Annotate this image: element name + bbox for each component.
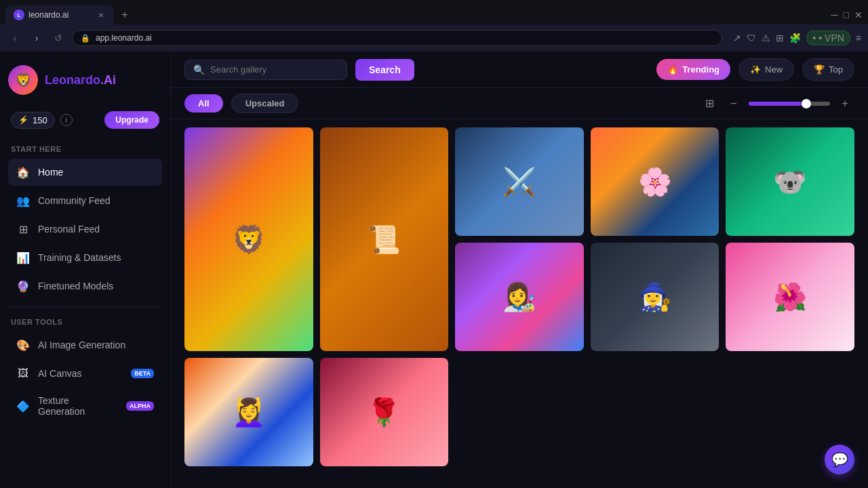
vpn-dot: • bbox=[812, 33, 816, 43]
address-input[interactable]: 🔒 app.leonardo.ai bbox=[72, 30, 722, 46]
gallery-image-2: 📜 bbox=[320, 127, 449, 351]
zoom-out-button[interactable]: − bbox=[724, 94, 743, 113]
gallery-item[interactable]: 👩‍🎨 ⊞ ✏ ⤢ bbox=[455, 243, 584, 351]
edit-button[interactable]: ✏ bbox=[674, 131, 693, 150]
sidebar-item-ai-canvas-label: AI Canvas bbox=[38, 368, 82, 379]
forward-icon: › bbox=[35, 33, 39, 43]
browser-actions: ↗ 🛡 ⚠ ⊞ 🧩 • • VPN ≡ bbox=[733, 30, 861, 45]
edit-button[interactable]: ✏ bbox=[269, 131, 288, 150]
expand-button[interactable]: ⤢ bbox=[425, 362, 444, 381]
grid-view-icon[interactable]: ⊞ bbox=[776, 33, 784, 43]
use-model-button[interactable]: ⊞ bbox=[788, 131, 807, 150]
use-model-button[interactable]: ⊞ bbox=[247, 362, 266, 381]
gallery-item[interactable]: 💆‍♀️ ⊞ ✏ ⤢ bbox=[184, 358, 313, 466]
minimize-icon[interactable]: ─ bbox=[831, 9, 838, 20]
gallery-item[interactable]: 🌺 ⊞ ✏ ⤢ bbox=[726, 243, 854, 351]
new-button[interactable]: ✨ New bbox=[738, 58, 794, 81]
expand-button[interactable]: ⤢ bbox=[831, 247, 850, 266]
active-tab[interactable]: L leonardo.ai ✕ bbox=[5, 5, 114, 24]
expand-button[interactable]: ⤢ bbox=[425, 131, 444, 150]
search-button[interactable]: Search bbox=[355, 59, 414, 81]
use-model-button[interactable]: ⊞ bbox=[652, 131, 671, 150]
filter-all-button[interactable]: All bbox=[184, 94, 223, 113]
expand-button[interactable]: ⤢ bbox=[290, 362, 309, 381]
personal-feed-icon: ⊞ bbox=[16, 222, 30, 236]
close-window-icon[interactable]: ✕ bbox=[854, 9, 863, 20]
new-tab-button[interactable]: + bbox=[117, 7, 133, 23]
sidebar-item-personal-feed-label: Personal Feed bbox=[38, 224, 100, 235]
gallery-scroll[interactable]: 🦁 ⊞ ✏ ⤢ 📜 ⊞ ✏ ⤢ ⚔️ bbox=[171, 119, 868, 488]
sidebar-item-training-label: Training & Datasets bbox=[38, 252, 121, 263]
sidebar-item-ai-image-generation[interactable]: 🎨 AI Image Generation bbox=[8, 331, 162, 359]
bolt-icon: ⚡ bbox=[18, 115, 28, 125]
refresh-button[interactable]: ↺ bbox=[50, 30, 66, 46]
edit-button[interactable]: ✏ bbox=[810, 247, 829, 266]
use-model-button[interactable]: ⊞ bbox=[788, 247, 807, 266]
vpn-badge[interactable]: • • VPN bbox=[806, 30, 850, 45]
use-model-button[interactable]: ⊞ bbox=[382, 131, 401, 150]
zoom-slider-container[interactable] bbox=[749, 102, 830, 106]
edit-button[interactable]: ✏ bbox=[269, 362, 288, 381]
logo-text: Leonardo.Ai bbox=[45, 73, 116, 87]
expand-button[interactable]: ⤢ bbox=[831, 131, 850, 150]
chat-bubble-button[interactable]: 💬 bbox=[825, 445, 854, 474]
gallery-item[interactable]: 🐨 ⊞ ✏ ⤢ bbox=[726, 127, 854, 236]
sidebar-item-ai-canvas[interactable]: 🖼 AI Canvas BETA bbox=[8, 360, 162, 387]
sidebar-item-community-feed[interactable]: 👥 Community Feed bbox=[8, 187, 162, 214]
alert-icon[interactable]: ⚠ bbox=[762, 33, 770, 43]
sidebar-item-texture-generation[interactable]: 🔷 Texture Generation ALPHA bbox=[8, 388, 162, 424]
upgrade-button[interactable]: Upgrade bbox=[104, 111, 159, 129]
search-input[interactable] bbox=[210, 64, 338, 75]
edit-button[interactable]: ✏ bbox=[403, 362, 422, 381]
edit-button[interactable]: ✏ bbox=[539, 131, 558, 150]
gallery-item[interactable]: ⚔️ ⊞ ✏ ⤢ bbox=[455, 127, 584, 236]
refresh-icon: ↺ bbox=[54, 33, 62, 43]
expand-button[interactable]: ⤢ bbox=[696, 247, 715, 266]
gallery-item[interactable]: 📜 ⊞ ✏ ⤢ bbox=[320, 127, 449, 351]
sidebar-item-training-datasets[interactable]: 📊 Training & Datasets bbox=[8, 244, 162, 271]
gallery-item[interactable]: 🌸 ⊞ ✏ ⤢ bbox=[591, 127, 719, 236]
edit-button[interactable]: ✏ bbox=[810, 131, 829, 150]
shield-icon[interactable]: 🛡 bbox=[747, 33, 756, 43]
use-model-button[interactable]: ⊞ bbox=[382, 362, 401, 381]
use-model-button[interactable]: ⊞ bbox=[652, 247, 671, 266]
expand-button[interactable]: ⤢ bbox=[290, 131, 309, 150]
zoom-in-button[interactable]: + bbox=[835, 94, 854, 113]
expand-button[interactable]: ⤢ bbox=[561, 247, 580, 266]
use-model-button[interactable]: ⊞ bbox=[247, 131, 266, 150]
sidebar-item-personal-feed[interactable]: ⊞ Personal Feed bbox=[8, 216, 162, 243]
use-model-button[interactable]: ⊞ bbox=[517, 247, 536, 266]
top-label: Top bbox=[829, 64, 843, 75]
share-icon[interactable]: ↗ bbox=[733, 33, 741, 43]
search-icon: 🔍 bbox=[193, 64, 205, 75]
finetuned-icon: 🔮 bbox=[16, 279, 30, 293]
sidebar-item-home[interactable]: 🏠 Home bbox=[8, 159, 162, 186]
ai-image-icon: 🎨 bbox=[16, 338, 30, 352]
alpha-badge: ALPHA bbox=[126, 401, 154, 411]
sidebar: 🦁 Leonardo.Ai ⚡ 150 i Upgrade Start Here… bbox=[0, 52, 171, 488]
back-button[interactable]: ‹ bbox=[7, 30, 23, 46]
sidebar-item-finetuned-models[interactable]: 🔮 Finetuned Models bbox=[8, 272, 162, 300]
trending-button[interactable]: 🔥 Trending bbox=[656, 59, 730, 80]
home-icon: 🏠 bbox=[16, 165, 30, 179]
top-button[interactable]: 🏆 Top bbox=[802, 58, 854, 81]
info-icon[interactable]: i bbox=[60, 114, 73, 126]
edit-button[interactable]: ✏ bbox=[539, 247, 558, 266]
gallery-grid: 🦁 ⊞ ✏ ⤢ 📜 ⊞ ✏ ⤢ ⚔️ bbox=[184, 127, 854, 466]
zoom-slider[interactable] bbox=[749, 102, 830, 106]
edit-button[interactable]: ✏ bbox=[403, 131, 422, 150]
filter-upscaled-button[interactable]: Upscaled bbox=[231, 94, 299, 113]
grid-view-toggle[interactable]: ⊞ bbox=[700, 94, 719, 113]
browser-menu-icon[interactable]: ≡ bbox=[856, 33, 861, 43]
gallery-item[interactable]: 🦁 ⊞ ✏ ⤢ bbox=[184, 127, 313, 351]
expand-button[interactable]: ⤢ bbox=[561, 131, 580, 150]
use-model-button[interactable]: ⊞ bbox=[517, 131, 536, 150]
forward-button[interactable]: › bbox=[28, 30, 45, 46]
gallery-item[interactable]: 🌹 ⊞ ✏ ⤢ bbox=[320, 358, 449, 466]
gallery-item[interactable]: 🧙‍♀️ ⊞ ✏ ⤢ bbox=[591, 243, 719, 351]
expand-button[interactable]: ⤢ bbox=[696, 131, 715, 150]
tab-close-button[interactable]: ✕ bbox=[96, 10, 106, 20]
maximize-icon[interactable]: □ bbox=[844, 9, 849, 20]
edit-button[interactable]: ✏ bbox=[674, 247, 693, 266]
extension-icon[interactable]: 🧩 bbox=[789, 33, 801, 43]
